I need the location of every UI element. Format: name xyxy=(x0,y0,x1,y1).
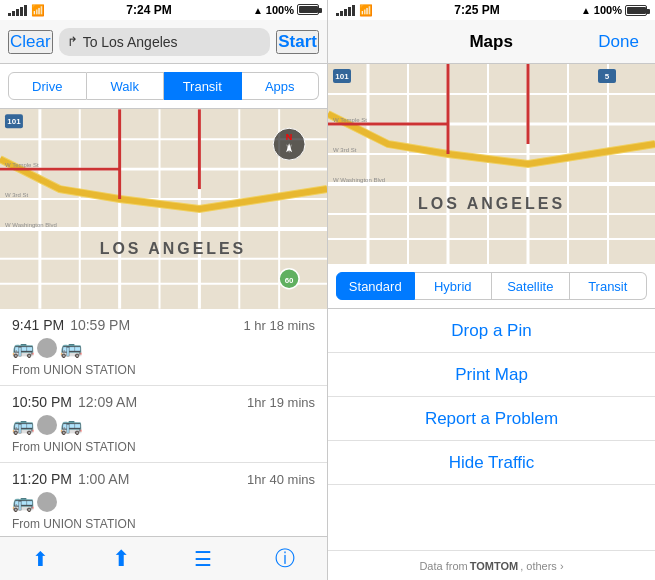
duration-3: 1hr 40 mins xyxy=(247,472,315,487)
transit-item[interactable]: 11:20 PM 1:00 AM 1hr 40 mins 🚌 From UNIO… xyxy=(0,463,327,536)
tomtom-brand: TOMTOM xyxy=(470,560,518,572)
svg-text:W Temple St: W Temple St xyxy=(5,162,39,168)
bus-icon-3: 🚌 xyxy=(12,491,34,513)
map-type-tabs: Standard Hybrid Satellite Transit xyxy=(328,264,655,309)
signal-right-left: ▲ xyxy=(253,5,263,16)
menu-list: Drop a Pin Print Map Report a Problem Hi… xyxy=(328,309,655,550)
arrow-right: ▲ xyxy=(581,5,591,16)
tab-hybrid[interactable]: Hybrid xyxy=(415,272,493,300)
bus-icon-1b: 🚌 xyxy=(60,337,82,359)
list-button[interactable]: ☰ xyxy=(178,539,228,579)
bus-icon-2: 🚌 xyxy=(12,414,34,436)
battery-pct-right: 100% xyxy=(594,4,622,16)
depart-time-1: 9:41 PM xyxy=(12,317,64,333)
transit-from-2: From UNION STATION xyxy=(12,440,315,454)
circle-icon-2 xyxy=(37,415,57,435)
arrive-time-2: 12:09 AM xyxy=(78,394,137,410)
done-button[interactable]: Done xyxy=(598,32,639,52)
arrive-time-3: 1:00 AM xyxy=(78,471,129,487)
info-button[interactable]: ⓘ xyxy=(259,537,311,580)
battery-icon-right xyxy=(625,5,647,16)
nav-bar-right: Maps Done xyxy=(328,20,655,64)
svg-text:101: 101 xyxy=(335,72,349,81)
tab-satellite[interactable]: Satellite xyxy=(492,272,570,300)
svg-text:LOS ANGELES: LOS ANGELES xyxy=(100,240,247,257)
destination-text: To Los Angeles xyxy=(83,34,178,50)
nav-bar-left: Clear ↱ To Los Angeles Start xyxy=(0,20,327,64)
duration-2: 1hr 19 mins xyxy=(247,395,315,410)
depart-time-3: 11:20 PM xyxy=(12,471,72,487)
transit-item[interactable]: 10:50 PM 12:09 AM 1hr 19 mins 🚌 🚌 From U… xyxy=(0,386,327,463)
status-bar-right: 📶 7:25 PM ▲ 100% xyxy=(328,0,655,20)
bus-icon-1: 🚌 xyxy=(12,337,34,359)
depart-time-2: 10:50 PM xyxy=(12,394,72,410)
bottom-toolbar: ⬆ ⬆ ☰ ⓘ xyxy=(0,536,327,580)
nav-arrow-icon: ↱ xyxy=(67,34,78,49)
svg-text:W 3rd St: W 3rd St xyxy=(333,147,357,153)
svg-text:101: 101 xyxy=(7,117,21,126)
transit-from-3: From UNION STATION xyxy=(12,517,315,531)
report-problem-button[interactable]: Report a Problem xyxy=(328,397,655,441)
transit-icons-1: 🚌 🚌 xyxy=(12,337,315,359)
bus-icon-2b: 🚌 xyxy=(60,414,82,436)
carrier-wifi-left: 📶 xyxy=(31,4,45,17)
circle-icon-3 xyxy=(37,492,57,512)
svg-text:60: 60 xyxy=(285,276,294,285)
transit-list: 9:41 PM 10:59 PM 1 hr 18 mins 🚌 🚌 From U… xyxy=(0,309,327,536)
svg-text:N: N xyxy=(286,132,292,142)
right-panel: 📶 7:25 PM ▲ 100% Maps Done xyxy=(328,0,655,580)
tab-walk[interactable]: Walk xyxy=(87,72,165,100)
status-bar-left: 📶 7:24 PM ▲ 100% xyxy=(0,0,327,20)
hide-traffic-button[interactable]: Hide Traffic xyxy=(328,441,655,485)
tab-standard[interactable]: Standard xyxy=(336,272,415,300)
maps-title: Maps xyxy=(469,32,512,52)
footer-prefix: Data from xyxy=(419,560,467,572)
arrive-time-1: 10:59 PM xyxy=(70,317,130,333)
tab-drive[interactable]: Drive xyxy=(8,72,87,100)
left-panel: 📶 7:24 PM ▲ 100% Clear ↱ To Los Angeles … xyxy=(0,0,328,580)
from-label-3: From UNION STATION xyxy=(12,517,136,531)
tab-apps[interactable]: Apps xyxy=(242,72,320,100)
tab-transit-right[interactable]: Transit xyxy=(570,272,648,300)
footer-bar: Data from TOMTOM , others › xyxy=(328,550,655,580)
svg-text:W 3rd St: W 3rd St xyxy=(5,192,29,198)
time-right: 7:25 PM xyxy=(454,3,499,17)
battery-pct-left: 100% xyxy=(266,4,294,16)
tab-transit[interactable]: Transit xyxy=(164,72,242,100)
transit-from-1: From UNION STATION xyxy=(12,363,315,377)
map-area-right[interactable]: LOS ANGELES 101 5 W Temple St W 3rd St W… xyxy=(328,64,655,264)
transit-icons-3: 🚌 xyxy=(12,491,315,513)
transit-icons-2: 🚌 🚌 xyxy=(12,414,315,436)
clear-button[interactable]: Clear xyxy=(8,30,53,54)
from-label-2: From UNION STATION xyxy=(12,440,136,454)
start-button[interactable]: Start xyxy=(276,30,319,54)
svg-text:W Washington Blvd: W Washington Blvd xyxy=(333,177,385,183)
battery-icon-left xyxy=(297,4,319,17)
map-area-left[interactable]: LOS ANGELES N W Temple St W 3rd St W Was… xyxy=(0,109,327,309)
wifi-icon-right: 📶 xyxy=(359,4,373,17)
drop-pin-button[interactable]: Drop a Pin xyxy=(328,309,655,353)
svg-text:W Washington Blvd: W Washington Blvd xyxy=(5,222,57,228)
from-label-1: From UNION STATION xyxy=(12,363,136,377)
duration-1: 1 hr 18 mins xyxy=(243,318,315,333)
print-map-button[interactable]: Print Map xyxy=(328,353,655,397)
share-button[interactable]: ⬆ xyxy=(96,538,146,580)
footer-suffix: , others › xyxy=(520,560,563,572)
svg-text:LOS ANGELES: LOS ANGELES xyxy=(418,195,565,212)
transit-item[interactable]: 9:41 PM 10:59 PM 1 hr 18 mins 🚌 🚌 From U… xyxy=(0,309,327,386)
svg-text:5: 5 xyxy=(605,72,610,81)
time-left: 7:24 PM xyxy=(126,3,171,17)
location-button[interactable]: ⬆ xyxy=(16,539,65,579)
destination-field[interactable]: ↱ To Los Angeles xyxy=(59,28,271,56)
svg-text:W Temple St: W Temple St xyxy=(333,117,367,123)
transport-tabs: Drive Walk Transit Apps xyxy=(0,64,327,109)
circle-icon-1 xyxy=(37,338,57,358)
